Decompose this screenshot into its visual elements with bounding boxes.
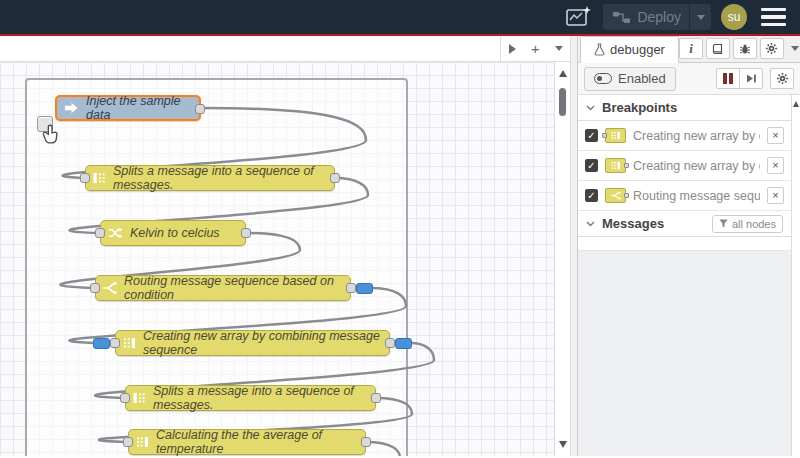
- debugger-toolbar: Enabled: [578, 63, 800, 95]
- header-bar: Deploy su: [0, 0, 800, 36]
- scrollbar-thumb[interactable]: [559, 88, 566, 116]
- join-icon: [136, 435, 149, 449]
- tab-debugger-label: debugger: [610, 42, 665, 57]
- info-tab-button[interactable]: i: [679, 38, 703, 59]
- input-port[interactable]: [80, 173, 90, 183]
- breakpoint-label: Creating new array by combining message …: [633, 159, 760, 173]
- user-avatar[interactable]: su: [721, 4, 747, 30]
- output-port[interactable]: [195, 104, 205, 114]
- breakpoint-marker[interactable]: [395, 338, 412, 349]
- remove-breakpoint-button[interactable]: ×: [767, 187, 784, 204]
- flow-canvas[interactable]: Inject the sample data Splits a message …: [0, 62, 570, 456]
- scroll-up-icon[interactable]: [793, 101, 799, 107]
- step-button[interactable]: [739, 68, 763, 89]
- debugger-enabled-toggle[interactable]: Enabled: [584, 67, 676, 91]
- chevron-down-icon: [586, 105, 595, 111]
- deploy-options-caret[interactable]: [689, 4, 711, 30]
- node-label: Splits a message into a sequence of mess…: [153, 384, 375, 412]
- add-flow-icon[interactable]: +: [524, 36, 547, 61]
- breakpoint-label: Routing message sequence based on condit…: [633, 189, 760, 203]
- input-port: [602, 133, 607, 138]
- flow-node-inject[interactable]: Inject the sample data: [55, 95, 201, 121]
- flow-node-split[interactable]: Splits a message into a sequence of mess…: [125, 385, 376, 411]
- input-port[interactable]: [90, 283, 100, 293]
- flow-node-split[interactable]: Splits a message into a sequence of mess…: [85, 165, 335, 191]
- messages-list: [578, 237, 791, 251]
- config-tab-button[interactable]: [760, 38, 784, 59]
- messages-empty-area: [578, 251, 791, 456]
- node-label: Calculating the the average of temperatu…: [156, 428, 365, 456]
- messages-title: Messages: [602, 216, 664, 231]
- flow-list-caret-icon[interactable]: [547, 36, 570, 61]
- node-label: Kelvin to celcius: [130, 226, 220, 240]
- breakpoint-checkbox[interactable]: ✓: [585, 189, 598, 202]
- flow-node-join[interactable]: Creating new array by combining message …: [115, 330, 390, 356]
- step-icon: [746, 73, 757, 84]
- deploy-icon: [613, 10, 630, 25]
- enabled-label: Enabled: [618, 71, 666, 86]
- breakpoint-row: ✓ Routing message sequence based on cond…: [578, 181, 791, 211]
- split-icon: [133, 391, 146, 405]
- sidebar-scrollbar[interactable]: [791, 95, 800, 456]
- funnel-icon: [719, 219, 728, 228]
- output-port: [624, 163, 629, 168]
- messages-section-header[interactable]: Messages all nodes: [578, 211, 791, 237]
- deploy-button[interactable]: Deploy: [603, 4, 711, 30]
- output-port[interactable]: [330, 173, 340, 183]
- scroll-down-icon[interactable]: [559, 441, 567, 448]
- join-node-icon: [605, 128, 626, 143]
- main-area: +: [0, 36, 800, 456]
- node-label: Inject the sample data: [86, 94, 199, 122]
- toggle-icon: [594, 73, 612, 84]
- input-port[interactable]: [110, 338, 120, 348]
- tab-debugger[interactable]: debugger: [580, 36, 679, 63]
- sidebar: debugger i: [578, 36, 800, 456]
- breakpoint-checkbox[interactable]: ✓: [585, 159, 598, 172]
- flow-node-change[interactable]: Kelvin to celcius: [100, 220, 246, 246]
- main-menu-icon[interactable]: [757, 6, 790, 29]
- message-filter-button[interactable]: all nodes: [712, 215, 783, 233]
- split-icon: [93, 171, 106, 185]
- canvas-vertical-scrollbar[interactable]: [554, 62, 570, 456]
- ai-assistant-icon[interactable]: [563, 5, 593, 29]
- input-port[interactable]: [123, 437, 133, 447]
- workspace: +: [0, 36, 570, 456]
- input-port[interactable]: [95, 228, 105, 238]
- info-icon: i: [689, 41, 693, 57]
- output-port[interactable]: [371, 393, 381, 403]
- output-port[interactable]: [241, 228, 251, 238]
- output-port[interactable]: [361, 437, 371, 447]
- output-port[interactable]: [346, 283, 356, 293]
- tab-scroll-right-icon[interactable]: [501, 36, 524, 61]
- sidebar-body: Breakpoints ✓ Creating new array by comb…: [578, 95, 800, 456]
- breakpoint-row: ✓ Creating new array by combining messag…: [578, 151, 791, 181]
- flow-node-switch[interactable]: Routing message sequence based on condit…: [95, 275, 351, 301]
- change-icon: [108, 226, 123, 240]
- breakpoints-section-header[interactable]: Breakpoints: [578, 95, 791, 121]
- node-label: Creating new array by combining message …: [143, 329, 389, 357]
- sidebar-resize-handle[interactable]: [570, 36, 578, 456]
- breakpoint-row: ✓ Creating new array by combining messag…: [578, 121, 791, 151]
- breakpoint-label: Creating new array by combining message …: [633, 129, 760, 143]
- debugger-settings-button[interactable]: [770, 68, 794, 89]
- debug-tab-button[interactable]: [733, 38, 757, 59]
- breakpoint-checkbox[interactable]: ✓: [585, 129, 598, 142]
- breakpoint-marker[interactable]: [93, 338, 110, 349]
- switch-icon: [103, 281, 117, 295]
- remove-breakpoint-button[interactable]: ×: [767, 127, 784, 144]
- input-port[interactable]: [120, 393, 130, 403]
- book-icon: [712, 43, 724, 55]
- scroll-up-icon[interactable]: [559, 70, 567, 77]
- node-label: Routing message sequence based on condit…: [124, 274, 350, 302]
- output-port[interactable]: [385, 338, 395, 348]
- hand-cursor-icon: [42, 124, 62, 146]
- message-filter-label: all nodes: [732, 218, 776, 230]
- help-tab-button[interactable]: [706, 38, 730, 59]
- breakpoint-marker[interactable]: [356, 283, 373, 294]
- pause-button[interactable]: [716, 68, 740, 89]
- flow-node-join[interactable]: Calculating the the average of temperatu…: [128, 429, 366, 455]
- node-label: Splits a message into a sequence of mess…: [113, 164, 334, 192]
- remove-breakpoint-button[interactable]: ×: [767, 157, 784, 174]
- join-node-icon: [605, 158, 626, 173]
- sidebar-tabs-caret-icon[interactable]: [787, 46, 800, 51]
